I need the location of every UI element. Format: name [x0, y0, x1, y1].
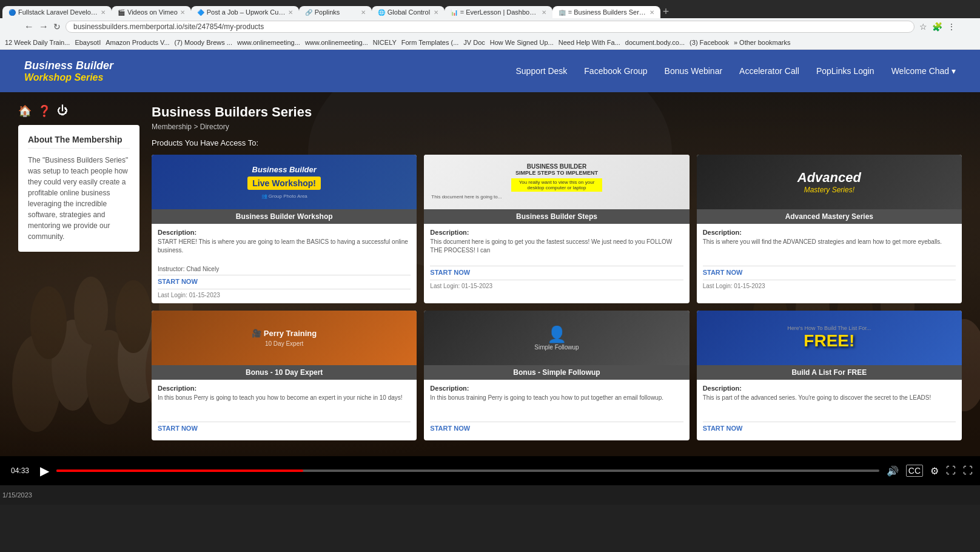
tab-4[interactable]: 🔗 Poplinks ✕ [299, 6, 372, 18]
tab-close-1[interactable]: ✕ [101, 9, 106, 16]
bookmark-9[interactable]: JV Doc [463, 39, 485, 46]
desc-label-5: Description: [703, 385, 956, 392]
thumb-simplefollowup-label: Simple Followup [534, 344, 579, 351]
refresh-button[interactable]: ↻ [53, 22, 61, 32]
thumb-workshop-line1: Business Builder [247, 165, 321, 174]
theater-icon[interactable]: ⛶ [946, 465, 956, 476]
tab-3[interactable]: 🔷 Post a Job – Upwork Customer... ✕ [191, 6, 299, 18]
nav-welcome-chad[interactable]: Welcome Chad ▾ [891, 66, 956, 76]
start-now-buildlist[interactable]: START NOW [703, 425, 743, 432]
bookmark-7[interactable]: NICELY [373, 39, 397, 46]
video-progress-fill [56, 470, 303, 472]
tab-2[interactable]: 🎬 Videos on Vimeo ✕ [112, 6, 191, 18]
tab-1[interactable]: 🔵 Fullstack Laravel Developer Ne... ✕ [2, 6, 112, 18]
tab-close-5[interactable]: ✕ [434, 9, 438, 16]
tab-close-6[interactable]: ✕ [542, 9, 546, 16]
tab-7[interactable]: 🏢 = Business Builders Series –... ✕ [552, 6, 660, 18]
thumb-advanced-main: Advanced [797, 170, 861, 186]
bookmark-other[interactable]: » Other bookmarks [734, 39, 791, 46]
divider-1b [430, 280, 683, 280]
product-card-buildlist[interactable]: Here's How To Build The List For... FREE… [697, 311, 962, 440]
power-icon[interactable]: ⏻ [57, 104, 68, 118]
product-body-bonus10: Description: In this bonus Perry is goin… [152, 380, 417, 440]
tab-close-4[interactable]: ✕ [361, 9, 366, 16]
breadcrumb-membership[interactable]: Membership [152, 123, 192, 131]
product-card-steps[interactable]: BUSINESS BUILDER SIMPLE STEPS TO IMPLEME… [424, 155, 689, 303]
bookmark-11[interactable]: Need Help With Fa... [559, 39, 620, 46]
taskbar: 1/15/2023 [0, 485, 980, 505]
bookmark-1[interactable]: 12 Week Daily Train... [5, 39, 70, 46]
logo[interactable]: Business Builder Workshop Series [24, 59, 113, 83]
menu-icon[interactable]: ⋮ [947, 22, 956, 32]
nav-facebook-group[interactable]: Facebook Group [584, 66, 647, 76]
start-now-workshop[interactable]: START NOW [158, 278, 198, 285]
bookmarks-bar: 12 Week Daily Train... EbaysotI Amazon P… [0, 35, 980, 50]
bookmark-3[interactable]: Amazon Products V... [106, 39, 169, 46]
start-now-advanced[interactable]: START NOW [703, 269, 743, 276]
tab-close-3[interactable]: ✕ [288, 9, 293, 16]
product-card-simplefollowup[interactable]: 👤 Simple Followup Bonus - Simple Followu… [424, 311, 689, 440]
bookmark-5[interactable]: www.onlinemeeting... [237, 39, 300, 46]
start-now-simplefollowup[interactable]: START NOW [430, 425, 470, 432]
thumb-buildlist-free: FREE! [787, 331, 871, 351]
new-tab-button[interactable]: + [663, 5, 670, 18]
forward-button[interactable]: → [39, 21, 49, 32]
bookmark-4[interactable]: (7) Moody Brews ... [175, 39, 232, 46]
divider-5 [703, 422, 956, 422]
start-now-bonus10[interactable]: START NOW [158, 425, 198, 432]
desc-label-1: Description: [430, 229, 683, 236]
bookmark-star-icon[interactable]: ☆ [919, 22, 927, 32]
about-title: About The Membership [28, 135, 130, 149]
product-card-bonus10[interactable]: 🎥 Perry Training 10 Day Expert Bonus - 1… [152, 311, 417, 440]
volume-icon[interactable]: 🔊 [887, 465, 899, 477]
product-body-advanced: Description: This is where you will find… [697, 224, 962, 294]
start-now-steps[interactable]: START NOW [430, 269, 470, 276]
help-icon[interactable]: ❓ [38, 104, 51, 118]
home-icon[interactable]: 🏠 [18, 104, 32, 118]
product-title-steps: Business Builder Steps [424, 209, 689, 224]
sidebar-icons: 🏠 ❓ ⏻ [18, 104, 139, 118]
tab-close-7[interactable]: ✕ [649, 9, 654, 16]
extensions-icon[interactable]: 🧩 [932, 22, 942, 32]
bookmark-8[interactable]: Form Templates (... [401, 39, 459, 46]
product-card-workshop[interactable]: Business Builder Live Workshop! 👥 Group … [152, 155, 417, 303]
back-button[interactable]: ← [24, 21, 34, 32]
play-button[interactable]: ▶ [40, 463, 49, 478]
bookmark-13[interactable]: (3) Facebook [690, 39, 729, 46]
nav-bonus-webinar[interactable]: Bonus Webinar [665, 66, 722, 76]
breadcrumb-directory[interactable]: Directory [200, 123, 229, 131]
product-card-advanced[interactable]: Advanced Mastery Series! Advanced Master… [697, 155, 962, 303]
tab-5[interactable]: 🌐 Global Control ✕ [372, 6, 445, 18]
nav-support-desk[interactable]: Support Desk [515, 66, 567, 76]
captions-icon[interactable]: CC [906, 465, 923, 477]
bookmark-12[interactable]: document.body.co... [625, 39, 685, 46]
address-input[interactable]: businessbuilders.memberportal.io/site/24… [65, 21, 915, 33]
desc-text-0: START HERE! This is where you are going … [158, 238, 411, 263]
tab-close-2[interactable]: ✕ [180, 9, 185, 16]
product-body-steps: Description: This document here is going… [424, 224, 689, 294]
thumb-workshop-badge: Live Workshop! [247, 177, 321, 190]
fullscreen-icon[interactable]: ⛶ [963, 465, 973, 476]
about-box: About The Membership The "Business Build… [18, 125, 139, 252]
divider-4 [430, 422, 683, 422]
settings-icon[interactable]: ⚙ [930, 465, 939, 477]
thumbnail-bonus10: 🎥 Perry Training 10 Day Expert [152, 311, 417, 365]
nav-accelerator-call[interactable]: Accelerator Call [739, 66, 799, 76]
thumb-steps-body: This document here is going to... [428, 193, 685, 201]
video-time-badge: 04:33 [7, 465, 33, 476]
page-title: Business Builders Series [152, 104, 962, 120]
divider-0 [158, 275, 411, 275]
divider-2 [703, 266, 956, 266]
thumbnail-advanced: Advanced Mastery Series! [697, 155, 962, 209]
bookmark-6[interactable]: www.onlinemeeting... [305, 39, 368, 46]
nav-poplinks-login[interactable]: PopLinks Login [816, 66, 874, 76]
product-title-workshop: Business Builder Workshop [152, 209, 417, 224]
thumb-steps-sub: SIMPLE STEPS TO IMPLEMENT [428, 170, 685, 176]
main-content: Business Builders Series Membership > Di… [152, 104, 962, 440]
tab-6[interactable]: 📊 = EverLesson | Dashboard -... ✕ [445, 6, 552, 18]
video-progress-bar[interactable] [56, 470, 879, 472]
last-login-0: Last Login: 01-15-2023 [158, 292, 411, 298]
desc-text-1: This document here is going to get you t… [430, 238, 683, 263]
bookmark-2[interactable]: EbaysotI [75, 39, 101, 46]
bookmark-10[interactable]: How We Signed Up... [490, 39, 554, 46]
